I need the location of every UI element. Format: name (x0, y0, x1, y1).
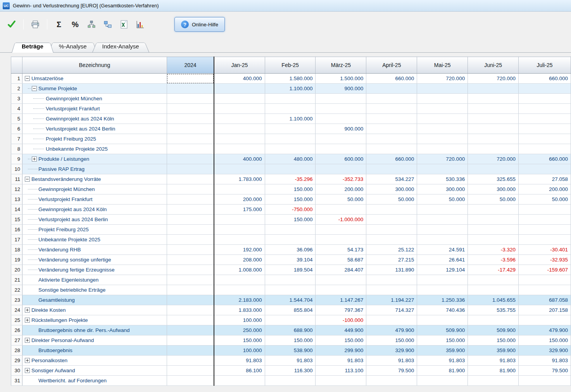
row-label[interactable]: Bestandsveränderung Vorräte (22, 174, 167, 184)
grid-cell[interactable]: 300.000 (366, 184, 417, 194)
grid-cell[interactable] (366, 104, 417, 114)
row-label[interactable]: Projekt Freiburg 2025 (22, 225, 167, 235)
row-number[interactable]: 12 (11, 184, 22, 194)
grid-cell[interactable] (417, 164, 468, 174)
grid-cell[interactable]: 26.641 (417, 255, 468, 265)
grid-cell[interactable]: -35.296 (265, 174, 316, 184)
grid-cell[interactable]: 200.000 (519, 184, 571, 194)
grid-cell[interactable] (214, 285, 265, 295)
grid-cell[interactable]: 300.000 (468, 184, 519, 194)
grid-cell[interactable]: 150.000 (265, 215, 316, 225)
grid-cell[interactable]: 600.000 (316, 154, 366, 164)
grid-cell[interactable]: 400.000 (214, 154, 265, 164)
grid-cell[interactable] (519, 114, 571, 124)
grid-cell[interactable] (265, 134, 316, 144)
row-label[interactable]: Veränderung fertige Erzeugnisse (22, 265, 167, 275)
grid-cell[interactable]: 200.000 (316, 184, 366, 194)
row-number[interactable]: 27 (11, 335, 22, 346)
grid-cell[interactable] (167, 114, 214, 124)
row-number[interactable]: 9 (11, 154, 22, 164)
tab-betraege[interactable]: Beträge (12, 41, 53, 53)
grid-cell[interactable] (316, 275, 366, 285)
grid-cell[interactable]: 1.250.336 (417, 295, 468, 305)
column-header[interactable]: Juli-25 (519, 57, 571, 74)
row-number[interactable]: 7 (11, 134, 22, 144)
grid-cell[interactable] (214, 134, 265, 144)
grid-cell[interactable] (417, 104, 468, 114)
grid-cell[interactable] (167, 335, 214, 346)
grid-cell[interactable] (316, 205, 366, 215)
expand-icon[interactable] (25, 338, 30, 343)
grid-cell[interactable] (316, 94, 366, 104)
grid-cell[interactable] (417, 215, 468, 225)
grid-cell[interactable] (265, 164, 316, 174)
column-header[interactable]: Feb-25 (265, 57, 316, 74)
row-label[interactable]: Direkte Kosten (22, 305, 167, 315)
row-number[interactable]: 14 (11, 205, 22, 215)
grid-cell[interactable]: 509.900 (417, 325, 468, 335)
row-label[interactable]: Passive RAP Ertrag (22, 164, 167, 174)
row-label[interactable]: Gewinnprojekt aus 2024 Köln (22, 205, 167, 215)
grid-cell[interactable] (167, 295, 214, 305)
grid-cell[interactable] (366, 84, 417, 94)
grid-cell[interactable] (316, 164, 366, 174)
excel-export-icon[interactable] (118, 18, 130, 31)
row-label[interactable]: Produkte / Leistungen (22, 154, 167, 164)
grid-cell[interactable]: -352.733 (316, 174, 366, 184)
row-number[interactable]: 3 (11, 94, 22, 104)
row-number[interactable]: 11 (11, 174, 22, 184)
transfer-icon[interactable] (102, 18, 114, 31)
grid-cell[interactable] (265, 235, 316, 245)
grid-cell[interactable] (167, 94, 214, 104)
percent-icon[interactable]: % (69, 18, 81, 31)
expand-icon[interactable] (25, 308, 30, 313)
grid-cell[interactable] (167, 275, 214, 285)
grid-cell[interactable] (167, 366, 214, 376)
grid-cell[interactable]: 688.900 (265, 325, 316, 335)
row-number[interactable]: 21 (11, 275, 22, 285)
grid-cell[interactable]: 27.215 (366, 255, 417, 265)
grid-cell[interactable]: 91.803 (265, 356, 316, 366)
grid-cell[interactable]: 900.000 (316, 124, 366, 134)
grid-cell[interactable] (167, 174, 214, 184)
row-number[interactable]: 2 (11, 84, 22, 94)
row-number[interactable]: 30 (11, 366, 22, 376)
grid-cell[interactable] (519, 205, 571, 215)
grid-cell[interactable] (519, 84, 571, 94)
grid-cell[interactable] (468, 144, 519, 154)
grid-cell[interactable]: 250.000 (214, 325, 265, 335)
grid-cell[interactable]: 714.327 (366, 305, 417, 315)
grid-cell[interactable]: 79.500 (519, 366, 571, 376)
grid-cell[interactable]: 299.900 (316, 346, 366, 356)
grid-cell[interactable]: -1.000.000 (316, 215, 366, 225)
grid-cell[interactable]: 284.407 (316, 265, 366, 275)
grid-cell[interactable]: 325.655 (468, 174, 519, 184)
grid-cell[interactable] (316, 104, 366, 114)
grid-cell[interactable]: 530.336 (417, 174, 468, 184)
grid-cell[interactable] (366, 235, 417, 245)
grid-cell[interactable]: -30.401 (519, 245, 571, 255)
grid-cell[interactable] (468, 225, 519, 235)
grid-cell[interactable] (468, 235, 519, 245)
row-label[interactable]: Aktivierte Eigenleistungen (22, 275, 167, 285)
grid-cell[interactable]: 1.544.704 (265, 295, 316, 305)
grid-cell[interactable] (214, 104, 265, 114)
grid-cell[interactable] (214, 225, 265, 235)
row-number[interactable]: 8 (11, 144, 22, 154)
grid-cell[interactable] (214, 376, 265, 386)
row-label[interactable]: Direkter Personal-Aufwand (22, 335, 167, 346)
grid-cell[interactable]: 150.000 (265, 184, 316, 194)
grid-cell[interactable] (519, 104, 571, 114)
tab-prozent-analyse[interactable]: %-Analyse (49, 41, 97, 52)
row-label[interactable]: Gewinnprojekt München (22, 184, 167, 194)
grid-cell[interactable]: 720.000 (417, 154, 468, 164)
grid-cell[interactable]: 116.300 (265, 366, 316, 376)
row-label[interactable]: Verlustprojekt Frankfurt (22, 104, 167, 114)
grid-cell[interactable]: -32.935 (519, 255, 571, 265)
grid-cell[interactable]: 175.000 (214, 205, 265, 215)
grid-cell[interactable] (167, 235, 214, 245)
row-label[interactable]: Sonstige betriebliche Erträge (22, 285, 167, 295)
expand-icon[interactable] (25, 368, 30, 373)
grid-cell[interactable] (468, 114, 519, 124)
grid-cell[interactable] (417, 144, 468, 154)
